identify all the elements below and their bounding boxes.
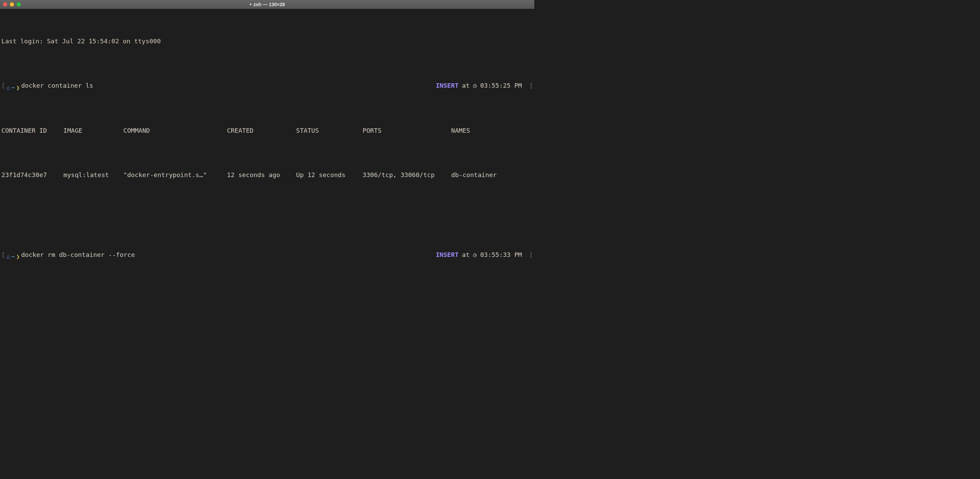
terminal-area[interactable]: Last login: Sat Jul 22 15:54:02 on ttys0… (0, 9, 534, 261)
td-status: Up 12 seconds (296, 171, 363, 179)
command-text: docker rm db-container --force (21, 251, 135, 259)
home-icon: ⌂ (6, 85, 10, 91)
prompt-close-bracket: ] (525, 251, 533, 259)
command-text: docker container ls (21, 81, 93, 90)
right-prompt: INSERT at ◷ 03:55:33 PM ] (436, 251, 533, 259)
td-names: db-container (451, 171, 497, 179)
prompt-open-bracket: [ (2, 81, 5, 90)
home-icon: ⌂ (6, 254, 10, 260)
right-prompt: INSERT at ◷ 03:55:25 PM ] (436, 81, 533, 90)
prompt-angle-icon: ❯ (16, 254, 20, 260)
th-container-id: CONTAINER ID (2, 126, 64, 135)
th-image: IMAGE (64, 126, 123, 135)
titlebar: ‣ zsh — 130×28 (0, 0, 534, 9)
th-command: COMMAND (123, 126, 227, 135)
td-command: "docker-entrypoint.s…" (123, 171, 227, 179)
at-text: at (462, 251, 469, 259)
last-login-line: Last login: Sat Jul 22 15:54:02 on ttys0… (2, 37, 533, 46)
th-ports: PORTS (363, 126, 451, 135)
clock-icon: ◷ (473, 251, 477, 259)
th-created: CREATED (227, 126, 296, 135)
tilde-icon: ~ (11, 254, 15, 260)
tilde-icon: ~ (11, 85, 15, 91)
last-login-text: Last login: Sat Jul 22 15:54:02 on ttys0… (2, 37, 161, 46)
td-image: mysql:latest (64, 171, 123, 179)
td-ports: 3306/tcp, 33060/tcp (363, 171, 451, 179)
prompt-line: [ ⌂ ~ ❯ docker container ls INSERT at ◷ … (2, 81, 533, 91)
prompt-open-bracket: [ (2, 251, 5, 259)
at-text: at (462, 81, 469, 90)
th-status: STATUS (296, 126, 363, 135)
prompt-close-bracket: ] (525, 81, 533, 90)
prompt-line: [ ⌂ ~ ❯ docker rm db-container --force I… (2, 251, 533, 260)
table-header-row: CONTAINER ID IMAGE COMMAND CREATED STATU… (2, 126, 533, 135)
insert-mode: INSERT (436, 81, 459, 90)
table-row: 23f1d74c30e7 mysql:latest "docker-entryp… (2, 171, 533, 179)
prompt-angle-icon: ❯ (16, 85, 20, 91)
td-container-id: 23f1d74c30e7 (2, 171, 64, 179)
clock-icon: ◷ (473, 81, 477, 90)
th-names: NAMES (451, 126, 470, 135)
insert-mode: INSERT (436, 251, 459, 259)
time-text: 03:55:25 PM (480, 81, 522, 90)
time-text: 03:55:33 PM (480, 251, 522, 259)
td-created: 12 seconds ago (227, 171, 296, 179)
window-title: ‣ zsh — 130×28 (0, 2, 534, 7)
